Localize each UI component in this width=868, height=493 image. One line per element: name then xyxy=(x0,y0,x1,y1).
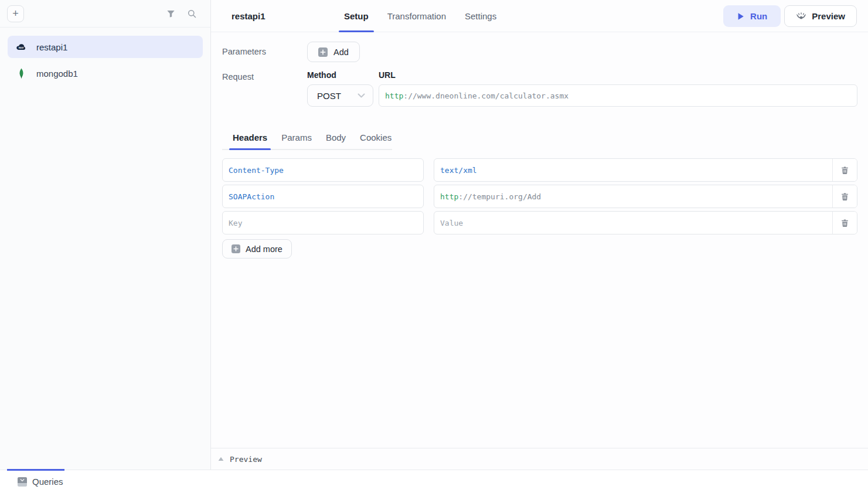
main-header: restapi1 Setup Transformation Settings R… xyxy=(211,0,868,32)
response-preview-bar[interactable]: Preview xyxy=(211,448,868,470)
queries-tab-label: Queries xyxy=(32,477,63,487)
mongodb-leaf-icon xyxy=(16,68,26,79)
bottom-bar: Queries xyxy=(0,470,868,493)
header-value-input[interactable]: text/xml xyxy=(434,159,832,181)
header-key-input[interactable] xyxy=(229,219,417,227)
header-value-scheme: http xyxy=(440,192,458,201)
request-row: Request Method POST URL http://www.dneon… xyxy=(222,70,857,107)
headers-kv-rows: Content-Type text/xml SOAPAction http://… xyxy=(222,158,857,259)
query-editor-app: + REST restapi1 xyxy=(0,0,868,493)
plus-icon: + xyxy=(12,8,19,19)
play-icon xyxy=(737,12,744,21)
sidebar-toolbar: + xyxy=(0,0,210,28)
plus-square-icon xyxy=(318,47,328,57)
sidebar-item-mongodb1[interactable]: mongodb1 xyxy=(8,62,203,84)
delete-header-button[interactable] xyxy=(832,185,857,208)
header-value-text: text/xml xyxy=(440,166,477,175)
header-key-input[interactable]: SOAPAction xyxy=(222,185,424,208)
header-key-text: Content-Type xyxy=(229,166,284,175)
sidebar-item-label: restapi1 xyxy=(36,42,67,52)
query-list: REST restapi1 mongodb1 xyxy=(0,28,210,97)
preview-button[interactable]: Preview xyxy=(784,5,857,27)
url-rest: ://www.dneonline.com/calculator.asmx xyxy=(403,91,569,100)
preview-bar-label: Preview xyxy=(230,455,262,464)
queries-icon xyxy=(18,477,27,487)
header-tabs: Setup Transformation Settings xyxy=(343,0,498,32)
url-input[interactable]: http://www.dneonline.com/calculator.asmx xyxy=(379,84,857,107)
method-value: POST xyxy=(317,91,341,101)
header-key-text: SOAPAction xyxy=(229,192,274,201)
delete-header-button[interactable] xyxy=(832,159,857,181)
svg-text:REST: REST xyxy=(19,47,24,49)
header-row-soapaction: SOAPAction http://tempuri.org/Add xyxy=(222,185,857,208)
header-value-group: text/xml xyxy=(434,158,857,182)
tab-transformation[interactable]: Transformation xyxy=(386,0,447,32)
delete-header-button[interactable] xyxy=(832,212,857,234)
run-button-label: Run xyxy=(750,11,767,21)
chevron-down-icon xyxy=(358,93,365,98)
active-tab-indicator xyxy=(7,469,64,471)
trash-icon xyxy=(840,192,849,201)
request-subtabs: Headers Params Body Cookies xyxy=(222,128,392,150)
header-value-rest: ://tempuri.org/Add xyxy=(458,192,541,201)
rest-api-cloud-icon: REST xyxy=(16,42,26,52)
method-column: Method POST xyxy=(307,70,373,107)
add-more-label: Add more xyxy=(246,244,282,254)
header-key-field xyxy=(222,211,424,234)
run-button[interactable]: Run xyxy=(723,5,781,27)
header-row-empty xyxy=(222,211,857,234)
query-title: restapi1 xyxy=(232,11,265,21)
header-value-group xyxy=(434,211,857,234)
header-key-input[interactable]: Content-Type xyxy=(222,158,424,182)
url-scheme: http xyxy=(385,91,403,100)
subtab-headers[interactable]: Headers xyxy=(232,128,268,149)
top-region: + REST restapi1 xyxy=(0,0,868,470)
header-value-input[interactable]: http://tempuri.org/Add xyxy=(434,185,832,208)
trash-icon xyxy=(840,219,849,227)
url-column: URL http://www.dneonline.com/calculator.… xyxy=(379,70,857,107)
subtab-body[interactable]: Body xyxy=(325,128,346,149)
subtab-params[interactable]: Params xyxy=(281,128,312,149)
header-row-content-type: Content-Type text/xml xyxy=(222,158,857,182)
setup-form: Parameters Add Request Method POST xyxy=(211,32,868,448)
sidebar-item-label: mongodb1 xyxy=(36,69,78,79)
filter-icon[interactable] xyxy=(166,9,175,18)
tab-settings[interactable]: Settings xyxy=(464,0,498,32)
subtab-cookies[interactable]: Cookies xyxy=(359,128,392,149)
header-value-group: http://tempuri.org/Add xyxy=(434,185,857,208)
parameters-label: Parameters xyxy=(222,42,307,56)
plus-square-icon xyxy=(232,244,240,253)
add-parameter-label: Add xyxy=(333,47,349,57)
search-icon[interactable] xyxy=(188,9,196,18)
header-value-field xyxy=(434,212,832,234)
header-actions: Run Preview xyxy=(723,5,857,27)
sidebar-item-restapi1[interactable]: REST restapi1 xyxy=(8,36,203,58)
preview-button-label: Preview xyxy=(812,11,845,21)
eye-icon xyxy=(796,12,806,21)
method-select[interactable]: POST xyxy=(307,84,373,107)
trash-icon xyxy=(840,166,849,175)
collapse-up-icon xyxy=(218,457,224,461)
parameters-row: Parameters Add xyxy=(222,42,857,62)
header-value-input[interactable] xyxy=(440,219,826,227)
add-more-button[interactable]: Add more xyxy=(222,239,292,259)
add-query-button[interactable]: + xyxy=(7,5,24,22)
sidebar: + REST restapi1 xyxy=(0,0,211,470)
main-panel: restapi1 Setup Transformation Settings R… xyxy=(211,0,868,470)
request-label: Request xyxy=(222,70,307,107)
add-parameter-button[interactable]: Add xyxy=(307,42,360,62)
bottom-tab-queries[interactable]: Queries xyxy=(18,477,63,487)
url-label: URL xyxy=(379,70,857,80)
tab-setup[interactable]: Setup xyxy=(343,0,370,32)
method-label: Method xyxy=(307,70,373,80)
